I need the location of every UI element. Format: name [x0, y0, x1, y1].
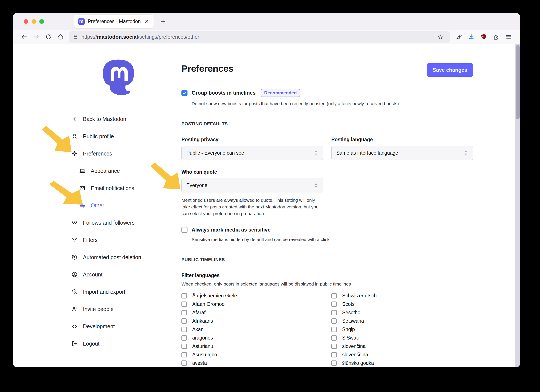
language-checkbox[interactable] — [331, 302, 337, 307]
posting-privacy-select[interactable]: Public - Everyone can see — [181, 146, 323, 160]
home-icon[interactable] — [55, 31, 66, 43]
scrollbar-thumb[interactable] — [515, 45, 520, 119]
language-checkbox[interactable] — [331, 361, 337, 366]
language-checkbox[interactable] — [181, 352, 187, 357]
language-row[interactable]: Asụsụ Igbo — [181, 351, 323, 359]
language-checkbox[interactable] — [331, 318, 337, 324]
language-row[interactable]: avesta — [181, 359, 323, 367]
language-checkbox[interactable] — [181, 327, 187, 332]
language-row[interactable]: SiSwati — [331, 334, 473, 342]
sidebar-item-appearance[interactable]: Appearance — [79, 162, 181, 179]
language-checkbox[interactable] — [331, 310, 337, 315]
preferences-main: Preferences Save changes Group boosts in… — [181, 44, 520, 367]
url-text: https://mastodon.social/settings/prefere… — [81, 34, 431, 40]
section-public-timelines: PUBLIC TIMELINES — [181, 257, 473, 262]
new-tab-button[interactable]: + — [160, 17, 165, 26]
sidebar-item-import-and-export[interactable]: Import and export — [71, 283, 181, 300]
language-row[interactable]: Schwiizertütsch — [331, 292, 473, 300]
recommended-badge: Recommended — [261, 89, 300, 97]
scrollbar-track[interactable] — [515, 44, 520, 367]
back-icon[interactable] — [18, 31, 30, 43]
page-title: Preferences — [181, 63, 234, 74]
code-icon — [71, 323, 78, 330]
language-row[interactable]: slovenčina — [331, 342, 473, 351]
bookmark-star-icon[interactable] — [434, 31, 446, 43]
minimize-window-button[interactable] — [31, 19, 36, 24]
person-circle-icon — [71, 271, 78, 278]
url-bar[interactable]: https://mastodon.social/settings/prefere… — [69, 31, 450, 43]
language-checkbox[interactable] — [331, 344, 337, 349]
language-row[interactable]: Åarjelsaemien Gïele — [181, 292, 323, 300]
language-checkbox[interactable] — [181, 302, 187, 307]
language-row[interactable]: ślůnsko godka — [331, 359, 473, 367]
language-checkbox[interactable] — [181, 310, 187, 315]
screenshot-stage: m Preferences - Mastodon ✕ + https://m — [0, 0, 540, 392]
envelope-icon — [79, 185, 85, 191]
clear-history-broom-icon[interactable] — [452, 31, 465, 43]
posting-language-select[interactable]: Same as interface language — [331, 146, 473, 160]
reload-icon[interactable] — [42, 31, 55, 43]
laptop-icon — [79, 168, 85, 174]
ublock-origin-icon[interactable]: uO — [477, 31, 490, 43]
forward-icon[interactable] — [30, 31, 42, 43]
menu-hamburger-icon[interactable] — [502, 31, 515, 43]
group-boosts-checkbox[interactable] — [181, 90, 187, 96]
language-row[interactable]: Afaan Oromoo — [181, 300, 323, 308]
who-can-quote-select[interactable]: Everyone — [181, 178, 323, 193]
sidebar-item-other[interactable]: Other — [79, 197, 181, 214]
language-checkbox[interactable] — [331, 293, 337, 298]
gear-icon — [71, 150, 78, 157]
sidebar-item-preferences[interactable]: Preferences — [71, 145, 181, 162]
sidebar-item-public-profile[interactable]: Public profile — [71, 128, 181, 145]
close-tab-icon[interactable]: ✕ — [144, 18, 150, 25]
language-checkbox[interactable] — [331, 327, 337, 332]
extensions-puzzle-icon[interactable] — [490, 31, 502, 43]
language-checkbox[interactable] — [181, 318, 187, 324]
sidebar-item-filters[interactable]: Filters — [71, 231, 181, 248]
language-row[interactable]: aragonés — [181, 334, 323, 342]
sensitive-media-checkbox[interactable] — [181, 227, 187, 233]
language-row[interactable]: Akan — [181, 325, 323, 334]
language-checkbox[interactable] — [181, 361, 187, 366]
downloads-icon[interactable] — [465, 31, 477, 43]
sidebar-nav: Back to Mastodon Public profile Preferen… — [71, 110, 181, 352]
sidebar-item-account[interactable]: Account — [71, 266, 181, 283]
language-row[interactable]: Afaraf — [181, 308, 323, 317]
language-list: Åarjelsaemien Gïele Afaan Oromoo Afaraf — [181, 292, 473, 367]
group-boosts-hint: Do not show new boosts for posts that ha… — [192, 100, 473, 107]
save-changes-button[interactable]: Save changes — [427, 63, 473, 77]
sensitive-media-hint: Sensitive media is hidden by default and… — [192, 236, 473, 243]
language-checkbox[interactable] — [331, 335, 337, 341]
toolbar-extensions: uO — [452, 31, 515, 43]
filter-languages-label: Filter languages — [181, 273, 473, 278]
tab-strip: m Preferences - Mastodon ✕ + — [13, 13, 520, 30]
sidebar-item-development[interactable]: Development — [71, 318, 181, 335]
language-checkbox[interactable] — [181, 293, 187, 298]
divider — [181, 266, 473, 266]
language-checkbox[interactable] — [181, 344, 187, 349]
browser-tab[interactable]: m Preferences - Mastodon ✕ — [74, 15, 154, 28]
close-window-button[interactable] — [24, 19, 28, 24]
who-can-quote-hint: Mentioned users are always allowed to qu… — [181, 197, 320, 217]
language-checkbox[interactable] — [181, 335, 187, 341]
language-row[interactable]: Afrikaans — [181, 317, 323, 325]
sliders-icon — [79, 202, 85, 209]
language-row[interactable]: Setswana — [331, 317, 473, 325]
language-row[interactable]: slovenščina — [331, 351, 473, 359]
sidebar-item-follows-and-followers[interactable]: Follows and followers — [71, 214, 181, 231]
mastodon-favicon: m — [78, 18, 85, 25]
sidebar-item-invite-people[interactable]: Invite people — [71, 300, 181, 318]
language-checkbox[interactable] — [331, 352, 337, 357]
language-row[interactable]: Sesotho — [331, 308, 473, 317]
zoom-window-button[interactable] — [39, 19, 44, 24]
sidebar-item-logout[interactable]: Logout — [71, 335, 181, 352]
language-row[interactable]: Shqip — [331, 325, 473, 334]
language-row[interactable]: Scots — [331, 300, 473, 308]
language-row[interactable]: Asturianu — [181, 342, 323, 351]
people-group-icon — [71, 219, 78, 226]
select-arrows-icon — [314, 182, 318, 188]
svg-text:uO: uO — [482, 35, 485, 37]
sidebar-item-back-to-mastodon[interactable]: Back to Mastodon — [71, 110, 181, 128]
sidebar-item-automated-post-deletion[interactable]: Automated post deletion — [71, 248, 181, 266]
sidebar-item-email-notifications[interactable]: Email notifications — [79, 179, 181, 197]
